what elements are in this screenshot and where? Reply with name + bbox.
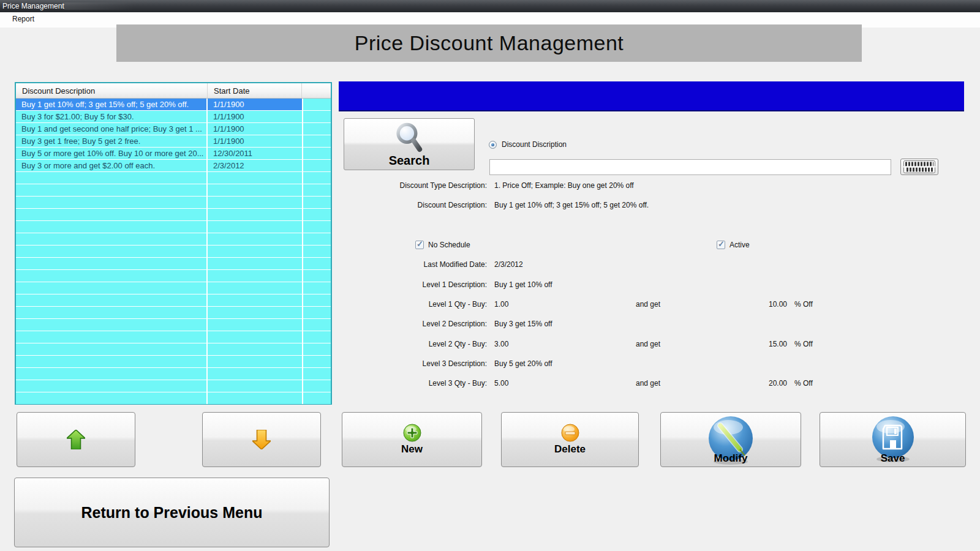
delete-button[interactable]: Delete [501, 412, 639, 467]
active-checkbox[interactable] [717, 241, 725, 249]
and-get-label: and get [636, 300, 660, 309]
up-arrow-icon [67, 430, 85, 449]
detail-value: 1. Price Off; Example: Buy one get 20% o… [494, 181, 634, 190]
move-down-button[interactable] [202, 412, 321, 467]
page-title: Price Discount Management [355, 31, 624, 55]
percent-off-value: 20.00 [729, 379, 787, 388]
table-row[interactable]: Buy 3 get 1 free; Buy 5 get 2 free.1/1/1… [16, 135, 331, 148]
cell-empty [302, 123, 331, 135]
table-row[interactable]: Buy 3 for $21.00; Buy 5 for $30.1/1/1900 [16, 111, 331, 123]
checkbox-row: No Schedule Active [0, 241, 980, 250]
panel-blue-banner [339, 81, 964, 111]
search-button[interactable]: Search [344, 118, 475, 170]
cell-empty [302, 135, 331, 147]
column-header-discount-description[interactable]: Discount Description [16, 83, 208, 98]
detail-label: Level 1 Qty - Buy: [340, 300, 487, 309]
detail-value: Buy 1 get 10% off; 3 get 15% off; 5 get … [494, 201, 649, 209]
keyboard-icon [903, 160, 935, 173]
cell-start-date: 1/1/1900 [208, 111, 302, 122]
new-button[interactable]: New [342, 412, 482, 467]
return-to-previous-menu-button[interactable]: Return to Previous Menu [14, 478, 330, 547]
percent-off-value: 10.00 [729, 300, 787, 309]
down-arrow-icon [252, 430, 271, 449]
new-button-label: New [401, 443, 423, 455]
detail-label: Level 2 Qty - Buy: [340, 340, 487, 348]
column-divider [302, 99, 303, 404]
cell-discount-description: Buy 3 for $21.00; Buy 5 for $30. [16, 111, 208, 122]
price-discount-management-window: Price Management Report Price Discount M… [0, 0, 980, 551]
detail-label: Last Modified Date: [340, 260, 487, 269]
plus-ball-icon [403, 424, 421, 442]
percent-off-suffix: % Off [794, 340, 813, 348]
table-row[interactable]: Buy 1 get 10% off; 3 get 15% off; 5 get … [16, 99, 331, 111]
detail-value: Buy 5 get 20% off [494, 359, 552, 368]
cell-empty [302, 160, 331, 171]
discount-table-body: Buy 1 get 10% off; 3 get 15% off; 5 get … [16, 99, 331, 404]
column-divider [206, 99, 208, 404]
cell-start-date: 12/30/2011 [208, 148, 302, 159]
and-get-label: and get [636, 340, 660, 348]
cell-start-date: 1/1/1900 [208, 123, 302, 135]
column-header-empty [302, 83, 331, 98]
column-header-start-date[interactable]: Start Date [208, 83, 302, 98]
detail-label: Level 3 Qty - Buy: [340, 379, 487, 388]
minus-ball-icon [561, 424, 579, 442]
cell-start-date: 2/3/2012 [208, 160, 302, 171]
discount-description-radio[interactable] [489, 141, 497, 149]
cell-start-date: 1/1/1900 [208, 135, 302, 147]
table-row[interactable]: Buy 1 and get second one half price; Buy… [16, 123, 331, 135]
cell-discount-description: Buy 1 get 10% off; 3 get 15% off; 5 get … [16, 99, 208, 110]
and-get-label: and get [636, 379, 660, 388]
percent-off-value: 15.00 [729, 340, 787, 348]
cell-discount-description: Buy 3 get 1 free; Buy 5 get 2 free. [16, 135, 208, 147]
cell-empty [302, 148, 331, 159]
percent-off-suffix: % Off [794, 300, 813, 309]
no-schedule-label: No Schedule [428, 241, 470, 249]
cell-empty [302, 111, 331, 122]
detail-value: 2/3/2012 [494, 260, 523, 269]
detail-value: 1.00 [494, 300, 508, 309]
detail-label: Level 2 Description: [340, 320, 487, 328]
magnifier-icon [393, 121, 426, 155]
cell-empty [302, 99, 331, 110]
no-schedule-checkbox[interactable] [415, 241, 424, 249]
titlebar-glass-artifact [61, 2, 135, 10]
search-button-label: Search [389, 154, 430, 168]
window-title: Price Management [2, 2, 64, 10]
table-row[interactable]: Buy 3 or more and get $2.00 off each.2/3… [16, 160, 331, 172]
cell-discount-description: Buy 5 or more get 10% off. Buy 10 or mor… [16, 148, 208, 159]
detail-value: Buy 1 get 10% off [494, 280, 552, 289]
delete-button-label: Delete [554, 443, 586, 455]
modify-button-label: Modify [661, 452, 801, 465]
detail-value: Buy 3 get 15% off [494, 320, 552, 328]
detail-label: Discount Type Description: [340, 181, 487, 190]
cell-discount-description: Buy 1 and get second one half price; Buy… [16, 123, 208, 135]
search-input[interactable] [489, 159, 891, 175]
cell-start-date: 1/1/1900 [208, 99, 302, 110]
menu-item-report[interactable]: Report [9, 13, 38, 24]
return-button-label: Return to Previous Menu [81, 504, 263, 522]
cell-discount-description: Buy 3 or more and get $2.00 off each. [16, 160, 208, 171]
save-button-label: Save [820, 452, 965, 465]
discount-table-header: Discount Description Start Date [16, 83, 331, 99]
move-up-button[interactable] [17, 412, 135, 467]
detail-label: Level 3 Description: [340, 359, 487, 368]
active-label: Active [729, 241, 750, 249]
save-button[interactable]: Save [820, 412, 966, 467]
detail-label: Level 1 Description: [340, 280, 487, 289]
window-titlebar: Price Management [0, 0, 980, 12]
percent-off-suffix: % Off [794, 379, 813, 388]
detail-label: Discount Description: [340, 201, 487, 209]
table-row[interactable]: Buy 5 or more get 10% off. Buy 10 or mor… [16, 148, 331, 160]
on-screen-keyboard-button[interactable] [900, 159, 938, 175]
discount-description-radio-label: Discount Discription [502, 140, 567, 149]
search-field-radio-row: Discount Discription [489, 140, 567, 149]
modify-button[interactable]: Modify [660, 412, 801, 467]
page-header-banner: Price Discount Management [116, 24, 862, 62]
detail-value: 3.00 [494, 340, 508, 348]
detail-value: 5.00 [494, 379, 508, 388]
